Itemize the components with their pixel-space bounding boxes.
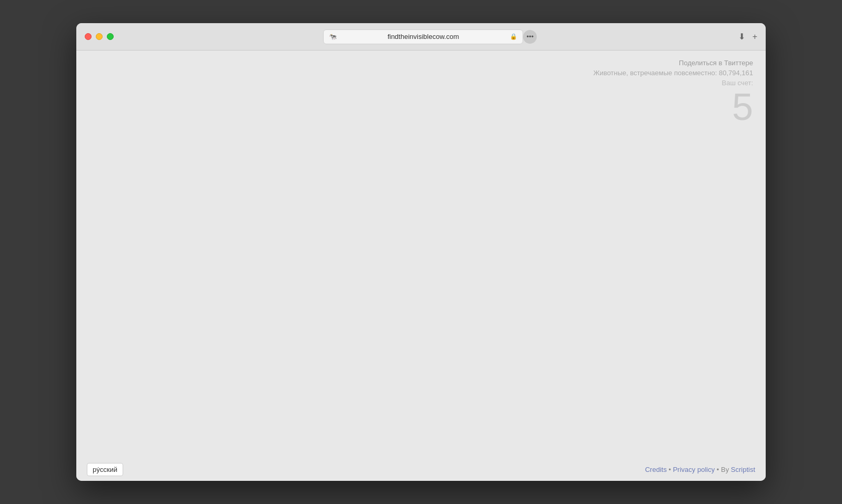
separator-1: • xyxy=(669,466,673,473)
more-button-label: ••• xyxy=(527,33,534,41)
address-bar-container: 🐄 findtheinvisiblecow.com 🔒 ••• xyxy=(122,29,738,44)
score-label: Ваш счет: xyxy=(593,79,753,87)
close-button[interactable] xyxy=(85,33,92,40)
twitter-share-link[interactable]: Поделиться в Твиттере xyxy=(593,59,753,67)
address-bar[interactable]: 🐄 findtheinvisiblecow.com 🔒 xyxy=(323,29,523,44)
content-area[interactable]: Поделиться в Твиттере Животные, встречае… xyxy=(76,51,766,458)
info-panel: Поделиться в Твиттере Животные, встречае… xyxy=(593,59,753,126)
more-button[interactable]: ••• xyxy=(523,30,537,44)
language-button[interactable]: рýсский xyxy=(87,463,123,476)
animals-count-label: Животные, встречаемые повсеместно: 80,79… xyxy=(593,69,753,77)
minimize-button[interactable] xyxy=(96,33,103,40)
footer-links: Credits • Privacy policy • By Scriptist xyxy=(645,466,755,473)
favicon-icon: 🐄 xyxy=(329,33,336,41)
separator-2: • xyxy=(717,466,721,473)
browser-window: 🐄 findtheinvisiblecow.com 🔒 ••• ⬇ + Поде… xyxy=(76,23,766,481)
by-label: By xyxy=(721,466,729,473)
scriptist-link[interactable]: Scriptist xyxy=(731,466,755,473)
privacy-link[interactable]: Privacy policy xyxy=(673,466,715,473)
new-tab-icon[interactable]: + xyxy=(753,32,757,42)
url-text: findtheinvisiblecow.com xyxy=(339,33,507,41)
footer: рýсский Credits • Privacy policy • By Sc… xyxy=(76,458,766,481)
lock-icon: 🔒 xyxy=(510,33,517,40)
score-value: 5 xyxy=(593,88,753,126)
download-icon[interactable]: ⬇ xyxy=(738,32,745,42)
credits-link[interactable]: Credits xyxy=(645,466,667,473)
maximize-button[interactable] xyxy=(107,33,114,40)
traffic-lights xyxy=(85,33,114,40)
title-bar: 🐄 findtheinvisiblecow.com 🔒 ••• ⬇ + xyxy=(76,23,766,51)
title-bar-right: ⬇ + xyxy=(738,32,757,42)
